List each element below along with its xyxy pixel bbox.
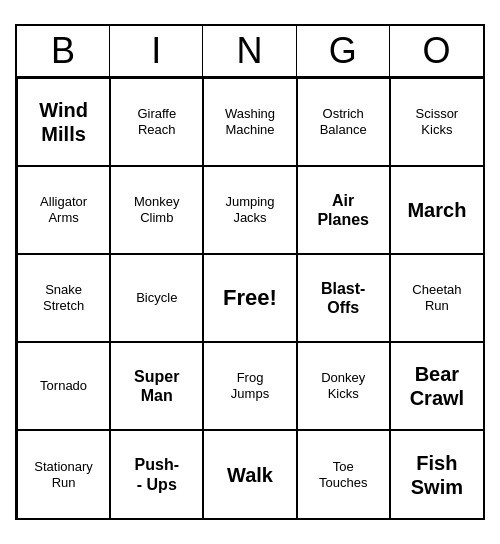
- cell-text: Washing Machine: [225, 106, 275, 137]
- cell-text: Snake Stretch: [43, 282, 84, 313]
- cell-text: Alligator Arms: [40, 194, 87, 225]
- bingo-cell: Monkey Climb: [110, 166, 203, 254]
- header-letter: I: [110, 26, 203, 76]
- cell-text: Super Man: [134, 367, 179, 405]
- bingo-cell: Donkey Kicks: [297, 342, 390, 430]
- cell-text: Stationary Run: [34, 459, 93, 490]
- bingo-cell: Push- - Ups: [110, 430, 203, 518]
- bingo-cell: Free!: [203, 254, 296, 342]
- cell-text: Bear Crawl: [410, 362, 464, 410]
- cell-text: Walk: [227, 463, 273, 487]
- cell-text: Blast- Offs: [321, 279, 365, 317]
- header-letter: B: [17, 26, 110, 76]
- cell-text: Scissor Kicks: [416, 106, 459, 137]
- cell-text: Fish Swim: [411, 451, 463, 499]
- cell-text: Free!: [223, 285, 277, 311]
- cell-text: Air Planes: [317, 191, 369, 229]
- bingo-cell: Frog Jumps: [203, 342, 296, 430]
- bingo-cell: Super Man: [110, 342, 203, 430]
- header-letter: N: [203, 26, 296, 76]
- header-letter: O: [390, 26, 483, 76]
- bingo-cell: Alligator Arms: [17, 166, 110, 254]
- bingo-cell: Wind Mills: [17, 78, 110, 166]
- cell-text: March: [407, 198, 466, 222]
- bingo-cell: Bicycle: [110, 254, 203, 342]
- bingo-cell: Toe Touches: [297, 430, 390, 518]
- cell-text: Tornado: [40, 378, 87, 394]
- cell-text: Monkey Climb: [134, 194, 180, 225]
- cell-text: Jumping Jacks: [225, 194, 274, 225]
- cell-text: Toe Touches: [319, 459, 367, 490]
- header-letter: G: [297, 26, 390, 76]
- bingo-card: BINGO Wind MillsGiraffe ReachWashing Mac…: [15, 24, 485, 520]
- bingo-header: BINGO: [17, 26, 483, 78]
- bingo-grid: Wind MillsGiraffe ReachWashing MachineOs…: [17, 78, 483, 518]
- cell-text: Giraffe Reach: [137, 106, 176, 137]
- bingo-cell: Ostrich Balance: [297, 78, 390, 166]
- bingo-cell: Tornado: [17, 342, 110, 430]
- bingo-cell: Cheetah Run: [390, 254, 483, 342]
- bingo-cell: Washing Machine: [203, 78, 296, 166]
- bingo-cell: Giraffe Reach: [110, 78, 203, 166]
- bingo-cell: Snake Stretch: [17, 254, 110, 342]
- bingo-cell: Air Planes: [297, 166, 390, 254]
- cell-text: Push- - Ups: [135, 455, 179, 493]
- bingo-cell: Fish Swim: [390, 430, 483, 518]
- bingo-cell: Walk: [203, 430, 296, 518]
- bingo-cell: March: [390, 166, 483, 254]
- bingo-cell: Scissor Kicks: [390, 78, 483, 166]
- cell-text: Donkey Kicks: [321, 370, 365, 401]
- bingo-cell: Stationary Run: [17, 430, 110, 518]
- cell-text: Frog Jumps: [231, 370, 269, 401]
- bingo-cell: Blast- Offs: [297, 254, 390, 342]
- cell-text: Ostrich Balance: [320, 106, 367, 137]
- cell-text: Cheetah Run: [412, 282, 461, 313]
- bingo-cell: Bear Crawl: [390, 342, 483, 430]
- bingo-cell: Jumping Jacks: [203, 166, 296, 254]
- cell-text: Bicycle: [136, 290, 177, 306]
- cell-text: Wind Mills: [39, 98, 88, 146]
